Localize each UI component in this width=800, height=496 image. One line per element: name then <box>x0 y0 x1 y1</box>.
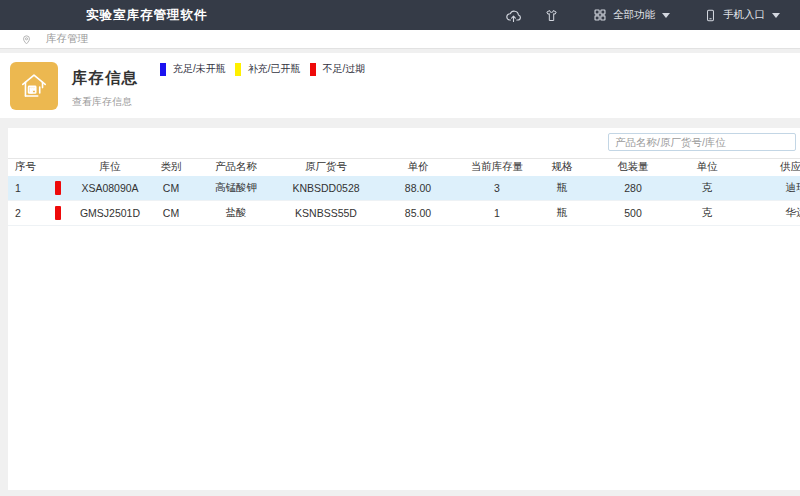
cell-status <box>42 176 74 201</box>
all-functions-menu[interactable]: 全部功能 <box>593 8 670 22</box>
table-header-row: 序号 库位 类别 产品名称 原厂货号 单价 当前库存量 规格 包装量 单位 供应… <box>8 159 800 176</box>
phone-icon <box>704 9 717 22</box>
col-package-qty: 包装量 <box>590 159 676 176</box>
cell-spec: 瓶 <box>534 176 590 201</box>
search-input[interactable] <box>608 133 796 151</box>
table-row[interactable]: 1 XSA08090A CM 高锰酸钾 KNBSDD0528 88.00 3 瓶… <box>8 176 800 201</box>
cell-factory-no: KNBSDD0528 <box>276 176 376 201</box>
col-category: 类别 <box>146 159 196 176</box>
col-status <box>42 159 74 176</box>
inventory-warehouse-icon <box>10 62 58 110</box>
col-product-name: 产品名称 <box>196 159 276 176</box>
page-header: 库存信息 查看库存信息 充足/未开瓶 补充/已开瓶 不足/过期 <box>0 53 800 118</box>
all-functions-label: 全部功能 <box>613 8 655 22</box>
mobile-entry-menu[interactable]: 手机入口 <box>704 8 780 22</box>
cell-unit: 克 <box>676 201 738 226</box>
inventory-management-page: 实验室库存管理软件 全部功能 <box>0 0 800 496</box>
inventory-table: 序号 库位 类别 产品名称 原厂货号 单价 当前库存量 规格 包装量 单位 供应… <box>8 158 800 226</box>
theme-shirt-icon[interactable] <box>544 8 559 23</box>
mobile-entry-label: 手机入口 <box>723 8 765 22</box>
topbar: 实验室库存管理软件 全部功能 <box>0 0 800 30</box>
status-marker <box>55 206 61 220</box>
cell-spec: 瓶 <box>534 201 590 226</box>
cell-current-stock: 3 <box>460 176 534 201</box>
cell-index: 1 <box>8 176 42 201</box>
legend-item-refill: 补充/已开瓶 <box>235 62 301 76</box>
status-legend: 充足/未开瓶 补充/已开瓶 不足/过期 <box>160 62 374 76</box>
table-row[interactable]: 2 GMSJ2501D CM 盐酸 KSNBSS55D 85.00 1 瓶 50… <box>8 201 800 226</box>
app-title: 实验室库存管理软件 <box>86 7 208 24</box>
cell-unit-price: 85.00 <box>376 201 460 226</box>
cell-unit: 克 <box>676 176 738 201</box>
cell-current-stock: 1 <box>460 201 534 226</box>
legend-swatch-yellow <box>235 63 241 76</box>
chevron-down-icon <box>662 13 670 18</box>
cell-package-qty: 500 <box>590 201 676 226</box>
col-spec: 规格 <box>534 159 590 176</box>
cell-product-name: 盐酸 <box>196 201 276 226</box>
chevron-down-icon <box>772 13 780 18</box>
col-current-stock: 当前库存量 <box>460 159 534 176</box>
col-unit: 单位 <box>676 159 738 176</box>
legend-label: 充足/未开瓶 <box>173 62 226 76</box>
status-marker <box>55 181 61 195</box>
topbar-actions: 全部功能 手机入口 <box>505 7 800 24</box>
page-subtitle: 查看库存信息 <box>72 95 132 109</box>
cell-status <box>42 201 74 226</box>
cell-product-name: 高锰酸钾 <box>196 176 276 201</box>
breadcrumb-current: 库存管理 <box>46 32 88 46</box>
cell-location: GMSJ2501D <box>74 201 146 226</box>
cell-location: XSA08090A <box>74 176 146 201</box>
legend-item-insufficient: 不足/过期 <box>310 62 366 76</box>
cell-factory-no: KSNBSS55D <box>276 201 376 226</box>
page-title: 库存信息 <box>72 68 138 89</box>
cloud-upload-icon[interactable] <box>505 7 522 24</box>
inventory-table-panel: 序号 库位 类别 产品名称 原厂货号 单价 当前库存量 规格 包装量 单位 供应… <box>8 128 800 490</box>
cell-supplier: 迪瑞 <box>738 176 800 201</box>
cell-category: CM <box>146 201 196 226</box>
legend-label: 不足/过期 <box>323 62 366 76</box>
cell-supplier: 华达 <box>738 201 800 226</box>
col-supplier: 供应商 <box>738 159 800 176</box>
grid-icon <box>593 8 607 22</box>
cell-category: CM <box>146 176 196 201</box>
cell-index: 2 <box>8 201 42 226</box>
legend-swatch-blue <box>160 63 166 76</box>
cell-unit-price: 88.00 <box>376 176 460 201</box>
breadcrumb: 库存管理 <box>0 30 800 49</box>
col-unit-price: 单价 <box>376 159 460 176</box>
legend-swatch-red <box>310 63 316 76</box>
location-pin-icon <box>21 34 32 45</box>
legend-label: 补充/已开瓶 <box>248 62 301 76</box>
col-location: 库位 <box>74 159 146 176</box>
cell-package-qty: 280 <box>590 176 676 201</box>
col-index: 序号 <box>8 159 42 176</box>
col-factory-no: 原厂货号 <box>276 159 376 176</box>
legend-item-sufficient: 充足/未开瓶 <box>160 62 226 76</box>
